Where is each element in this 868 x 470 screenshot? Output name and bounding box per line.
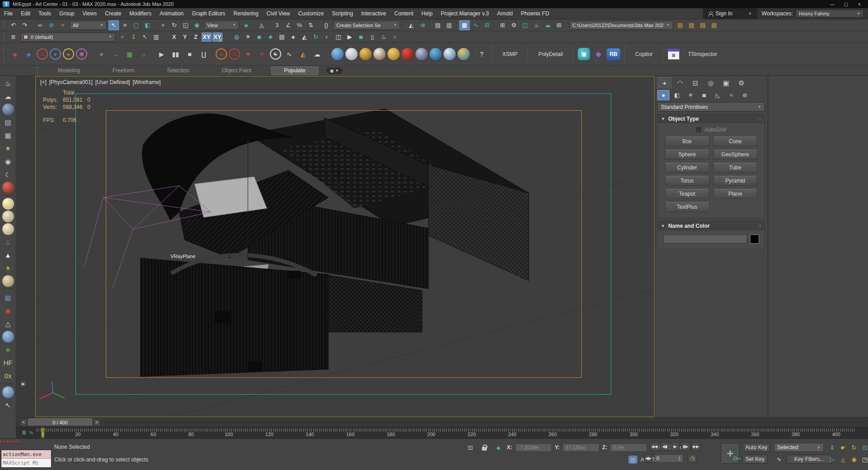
menu-item-file[interactable]: File — [0, 8, 17, 19]
liquid-beer-icon[interactable] — [359, 48, 372, 60]
next-frame-button[interactable]: ▮▶ — [681, 442, 690, 451]
primitive-category-dropdown[interactable]: Standard Primitives ▼ — [657, 102, 765, 112]
previous-frame-slider-button[interactable]: < — [20, 419, 27, 426]
frame-spinner[interactable]: ▲▼ — [678, 456, 681, 461]
polydetail-button[interactable]: PolyDetail — [531, 51, 570, 57]
bulb-outline-icon[interactable]: ○ — [390, 32, 400, 42]
liquid-waterfall-icon[interactable] — [443, 48, 456, 60]
primitive-button-torus[interactable]: Torus — [665, 176, 709, 186]
primitive-button-tube[interactable]: Tube — [713, 163, 758, 173]
orbit-icon[interactable]: ↻ — [849, 442, 859, 453]
ribbon-tab-freeform[interactable]: Freeform — [100, 66, 147, 75]
list-table-icon[interactable]: ▤ — [277, 32, 287, 42]
primitive-button-pyramid[interactable]: Pyramid — [713, 176, 758, 186]
material-editor-icon[interactable]: ⊞ — [497, 20, 508, 30]
fumefx-fire-circle-icon[interactable]: ♨ — [229, 48, 240, 60]
go-to-end-button[interactable]: ▶▶ — [691, 442, 701, 451]
close-button[interactable]: × — [854, 1, 865, 8]
key-step-toggle-icon[interactable]: ◀▶ — [644, 454, 652, 463]
y-coordinate-field[interactable]: 87.135m — [562, 443, 599, 452]
camera-add-icon[interactable]: ◙ — [356, 32, 366, 42]
primitive-button-textplus[interactable]: TextPlus — [665, 202, 709, 212]
ox-icon[interactable]: 0x — [2, 370, 14, 382]
z-coordinate-field[interactable]: 0.0m — [610, 443, 647, 452]
maxscript-mini-listener[interactable]: actionMan.exe MAXScript Mi — [1, 450, 52, 468]
mini-curve-editor-icon[interactable]: ∿ — [29, 429, 33, 436]
camera-viewport[interactable]: [+] [PhysCamera001] [User Defined] [Wire… — [35, 76, 655, 417]
next-frame-slider-button[interactable]: > — [93, 419, 100, 426]
go-to-start-button[interactable]: ◀◀ — [650, 442, 659, 451]
stop-simulation-icon[interactable]: ■ — [184, 48, 196, 60]
explosion-red-icon[interactable]: ☀ — [256, 48, 268, 60]
proxy-spheres-icon[interactable]: ◉ — [2, 305, 14, 317]
ribbon-toggle-icon[interactable]: ▦ — [459, 20, 470, 30]
menu-item-help[interactable]: Help — [417, 8, 437, 19]
moon-camera-icon[interactable]: ☾ — [2, 169, 14, 181]
liquid-honey-icon[interactable] — [387, 48, 400, 60]
select-and-link-icon[interactable]: ∞ — [35, 20, 45, 30]
ribbon-tab-modeling[interactable]: Modeling — [45, 66, 93, 75]
siniscript-icon[interactable]: ◆ — [592, 48, 604, 60]
layer-explorer-icon[interactable]: ▥ — [444, 20, 454, 30]
spinner-snap-icon[interactable]: ⇅ — [306, 20, 316, 30]
menu-item-interactive[interactable]: Interactive — [357, 8, 390, 19]
render-gallery-icon[interactable]: ⊞ — [554, 20, 564, 30]
material-sphere-icon[interactable] — [2, 386, 14, 398]
ribbon-flyout-button[interactable]: ◉▼ — [326, 67, 343, 74]
reference-coordinate-dropdown[interactable]: View ▼ — [204, 21, 239, 30]
motion-tab[interactable]: ◎ — [703, 77, 718, 89]
undo-icon[interactable]: ↶ — [8, 20, 19, 30]
viewport-camera-label[interactable]: [PhysCamera001] — [49, 79, 93, 85]
create-new-layer-icon[interactable]: + — [117, 32, 127, 42]
menu-item-group[interactable]: Group — [55, 8, 78, 19]
restrict-y-icon[interactable]: Y — [180, 33, 190, 42]
viewport-pov-label[interactable]: [User Defined] — [95, 79, 130, 85]
render-settings-icon[interactable]: ▦ — [2, 129, 14, 141]
layer-circle-icon[interactable]: ◐ — [322, 32, 332, 42]
primitive-button-box[interactable]: Box — [665, 136, 709, 146]
workspace-dropdown[interactable]: Hosny Fahmy ▼ — [796, 9, 863, 18]
help-icon[interactable]: ? — [476, 48, 488, 60]
primitive-button-teapot[interactable]: Teapot — [665, 189, 709, 199]
helpers-subtab[interactable]: ◺ — [712, 90, 724, 100]
selection-filter-dropdown[interactable]: All ▼ — [70, 21, 107, 30]
track-bar[interactable]: ≣ ∿ 020406080100120140160180200220240260… — [16, 427, 868, 438]
modify-tab[interactable]: ◠ — [673, 77, 687, 89]
sun-icon[interactable]: ☀ — [2, 262, 14, 274]
hairfarm-icon[interactable]: HF — [2, 357, 14, 369]
swirl-gray-icon[interactable]: ☯ — [270, 48, 281, 60]
time-configuration-icon[interactable]: ◷ — [688, 454, 697, 463]
teapot-outline-icon[interactable]: ♨ — [378, 32, 389, 42]
wire-teapot-icon[interactable]: ♨ — [2, 236, 14, 248]
use-pivot-point-center-icon[interactable]: ◈ — [241, 20, 251, 30]
phoenix-water-preset-icon[interactable]: ● — [50, 48, 61, 60]
render-elements-icon[interactable]: ▤ — [2, 116, 14, 128]
phoenix-fire-preset-icon[interactable]: ♨ — [37, 48, 48, 60]
walk-through-icon[interactable]: ◬ — [838, 454, 848, 465]
listener-macro-line[interactable]: actionMan.exe — [1, 450, 51, 459]
vray-teapot-icon[interactable]: ♨ — [2, 77, 14, 89]
autogrid-checkbox[interactable] — [696, 127, 701, 132]
menu-item-arnold[interactable]: Arnold — [493, 8, 517, 19]
liquid-swirl-icon[interactable] — [429, 48, 442, 60]
named-selection-sets-dropdown[interactable]: Create Selection Se ▼ — [333, 21, 400, 30]
isolate-selection-icon[interactable]: ⊡ — [465, 442, 476, 452]
liquid-coffee-icon[interactable] — [373, 48, 386, 60]
phoenix-water-cube-icon[interactable]: ◈ — [23, 48, 35, 60]
zoom-extents-icon[interactable]: ⊡ — [860, 442, 868, 453]
anima-icon[interactable]: ▣ — [578, 48, 590, 60]
absolute-offset-mode-icon[interactable]: ◈ — [493, 442, 504, 452]
phoenix-fire-cube-icon[interactable]: ◈ — [9, 48, 21, 60]
node-network-icon[interactable]: ∗ — [95, 48, 108, 60]
space-warps-subtab[interactable]: ≈ — [725, 90, 737, 100]
auto-key-button[interactable]: Auto Key — [742, 443, 770, 452]
toolbar-drag-handle[interactable] — [3, 21, 6, 29]
smoke-icon[interactable]: ∿ — [283, 48, 295, 60]
zoom-icon[interactable]: ⇕ — [827, 442, 837, 453]
sign-in-button[interactable]: Sign In ▼ — [703, 8, 757, 19]
time-slider-handle[interactable]: 0 / 400 — [28, 418, 92, 426]
tree-page-icon[interactable]: ◭ — [299, 32, 310, 42]
primitive-button-sphere[interactable]: Sphere — [665, 150, 709, 160]
menu-item-rendering[interactable]: Rendering — [229, 8, 262, 19]
time-slider-rail[interactable] — [105, 422, 864, 423]
